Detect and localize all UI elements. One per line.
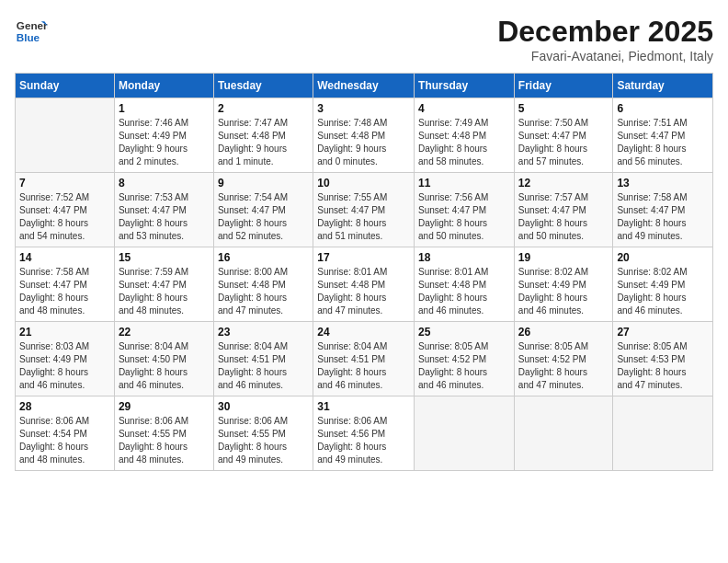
day-info: Sunrise: 7:50 AM Sunset: 4:47 PM Dayligh… [518, 117, 609, 168]
day-number: 18 [418, 251, 510, 264]
calendar-cell: 8Sunrise: 7:53 AM Sunset: 4:47 PM Daylig… [114, 173, 213, 247]
day-info: Sunrise: 7:48 AM Sunset: 4:48 PM Dayligh… [317, 117, 410, 168]
day-info: Sunrise: 8:04 AM Sunset: 4:50 PM Dayligh… [119, 340, 210, 392]
weekday-header-sunday: Sunday [16, 74, 115, 98]
calendar-cell: 25Sunrise: 8:05 AM Sunset: 4:52 PM Dayli… [415, 322, 515, 396]
calendar-cell: 19Sunrise: 8:02 AM Sunset: 4:49 PM Dayli… [514, 247, 613, 322]
day-info: Sunrise: 7:46 AM Sunset: 4:49 PM Dayligh… [119, 117, 210, 168]
calendar-cell: 15Sunrise: 7:59 AM Sunset: 4:47 PM Dayli… [114, 247, 213, 322]
calendar-cell: 22Sunrise: 8:04 AM Sunset: 4:50 PM Dayli… [114, 322, 213, 396]
calendar-cell: 10Sunrise: 7:55 AM Sunset: 4:47 PM Dayli… [313, 173, 415, 247]
day-number: 3 [317, 102, 410, 115]
month-title: December 2025 [497, 15, 713, 49]
day-info: Sunrise: 7:53 AM Sunset: 4:47 PM Dayligh… [119, 191, 210, 243]
calendar-cell: 13Sunrise: 7:58 AM Sunset: 4:47 PM Dayli… [613, 173, 713, 247]
day-info: Sunrise: 7:59 AM Sunset: 4:47 PM Dayligh… [119, 266, 210, 317]
calendar-cell: 30Sunrise: 8:06 AM Sunset: 4:55 PM Dayli… [213, 396, 313, 471]
day-info: Sunrise: 8:04 AM Sunset: 4:51 PM Dayligh… [317, 340, 410, 392]
day-number: 1 [119, 102, 210, 115]
calendar-cell: 5Sunrise: 7:50 AM Sunset: 4:47 PM Daylig… [514, 98, 613, 173]
day-number: 2 [218, 102, 309, 115]
calendar-cell [415, 396, 515, 471]
calendar-cell: 27Sunrise: 8:05 AM Sunset: 4:53 PM Dayli… [613, 322, 713, 396]
day-number: 29 [119, 400, 210, 413]
weekday-header-thursday: Thursday [415, 74, 515, 98]
day-number: 7 [19, 177, 110, 190]
calendar-cell [514, 396, 613, 471]
weekday-header-saturday: Saturday [613, 74, 713, 98]
calendar-cell: 4Sunrise: 7:49 AM Sunset: 4:48 PM Daylig… [415, 98, 515, 173]
location: Favari-Avatanei, Piedmont, Italy [497, 49, 713, 63]
day-number: 24 [317, 326, 410, 339]
day-number: 12 [518, 177, 609, 190]
calendar-cell: 16Sunrise: 8:00 AM Sunset: 4:48 PM Dayli… [213, 247, 313, 322]
calendar-cell: 18Sunrise: 8:01 AM Sunset: 4:48 PM Dayli… [415, 247, 515, 322]
day-info: Sunrise: 8:06 AM Sunset: 4:56 PM Dayligh… [317, 415, 410, 466]
day-number: 15 [119, 251, 210, 264]
day-info: Sunrise: 8:03 AM Sunset: 4:49 PM Dayligh… [19, 340, 110, 392]
day-info: Sunrise: 8:02 AM Sunset: 4:49 PM Dayligh… [518, 266, 609, 317]
header: General Blue December 2025 Favari-Avatan… [15, 15, 713, 63]
day-number: 21 [19, 326, 110, 339]
day-number: 27 [617, 326, 709, 339]
calendar-cell: 21Sunrise: 8:03 AM Sunset: 4:49 PM Dayli… [16, 322, 115, 396]
week-row-5: 28Sunrise: 8:06 AM Sunset: 4:54 PM Dayli… [16, 396, 713, 471]
day-info: Sunrise: 7:54 AM Sunset: 4:47 PM Dayligh… [218, 191, 309, 243]
calendar-cell: 6Sunrise: 7:51 AM Sunset: 4:47 PM Daylig… [613, 98, 713, 173]
calendar: SundayMondayTuesdayWednesdayThursdayFrid… [15, 73, 713, 471]
day-info: Sunrise: 8:05 AM Sunset: 4:53 PM Dayligh… [617, 340, 709, 392]
calendar-cell: 7Sunrise: 7:52 AM Sunset: 4:47 PM Daylig… [16, 173, 115, 247]
calendar-cell: 3Sunrise: 7:48 AM Sunset: 4:48 PM Daylig… [313, 98, 415, 173]
week-row-4: 21Sunrise: 8:03 AM Sunset: 4:49 PM Dayli… [16, 322, 713, 396]
calendar-cell: 26Sunrise: 8:05 AM Sunset: 4:52 PM Dayli… [514, 322, 613, 396]
calendar-cell: 12Sunrise: 7:57 AM Sunset: 4:47 PM Dayli… [514, 173, 613, 247]
day-info: Sunrise: 7:58 AM Sunset: 4:47 PM Dayligh… [617, 191, 709, 243]
calendar-cell: 24Sunrise: 8:04 AM Sunset: 4:51 PM Dayli… [313, 322, 415, 396]
calendar-body: 1Sunrise: 7:46 AM Sunset: 4:49 PM Daylig… [16, 98, 713, 471]
day-info: Sunrise: 7:57 AM Sunset: 4:47 PM Dayligh… [518, 191, 609, 243]
calendar-cell: 9Sunrise: 7:54 AM Sunset: 4:47 PM Daylig… [213, 173, 313, 247]
svg-text:General: General [17, 19, 48, 31]
day-number: 31 [317, 400, 410, 413]
weekday-header-monday: Monday [114, 74, 213, 98]
day-number: 16 [218, 251, 309, 264]
day-number: 6 [617, 102, 709, 115]
day-info: Sunrise: 8:06 AM Sunset: 4:55 PM Dayligh… [119, 415, 210, 466]
day-number: 20 [617, 251, 709, 264]
day-number: 25 [418, 326, 510, 339]
calendar-cell [613, 396, 713, 471]
weekday-header-row: SundayMondayTuesdayWednesdayThursdayFrid… [16, 74, 713, 98]
day-number: 26 [518, 326, 609, 339]
week-row-3: 14Sunrise: 7:58 AM Sunset: 4:47 PM Dayli… [16, 247, 713, 322]
calendar-cell [16, 98, 115, 173]
title-area: December 2025 Favari-Avatanei, Piedmont,… [497, 15, 713, 63]
day-info: Sunrise: 7:58 AM Sunset: 4:47 PM Dayligh… [19, 266, 110, 317]
svg-text:Blue: Blue [17, 31, 40, 43]
day-info: Sunrise: 8:06 AM Sunset: 4:55 PM Dayligh… [218, 415, 309, 466]
calendar-cell: 23Sunrise: 8:04 AM Sunset: 4:51 PM Dayli… [213, 322, 313, 396]
calendar-cell: 31Sunrise: 8:06 AM Sunset: 4:56 PM Dayli… [313, 396, 415, 471]
weekday-header-wednesday: Wednesday [313, 74, 415, 98]
calendar-cell: 11Sunrise: 7:56 AM Sunset: 4:47 PM Dayli… [415, 173, 515, 247]
day-info: Sunrise: 8:05 AM Sunset: 4:52 PM Dayligh… [418, 340, 510, 392]
day-info: Sunrise: 7:56 AM Sunset: 4:47 PM Dayligh… [418, 191, 510, 243]
day-info: Sunrise: 8:01 AM Sunset: 4:48 PM Dayligh… [418, 266, 510, 317]
day-number: 11 [418, 177, 510, 190]
calendar-cell: 28Sunrise: 8:06 AM Sunset: 4:54 PM Dayli… [16, 396, 115, 471]
day-info: Sunrise: 8:04 AM Sunset: 4:51 PM Dayligh… [218, 340, 309, 392]
day-info: Sunrise: 7:51 AM Sunset: 4:47 PM Dayligh… [617, 117, 709, 168]
calendar-cell: 1Sunrise: 7:46 AM Sunset: 4:49 PM Daylig… [114, 98, 213, 173]
day-info: Sunrise: 7:47 AM Sunset: 4:48 PM Dayligh… [218, 117, 309, 168]
day-number: 28 [19, 400, 110, 413]
day-number: 17 [317, 251, 410, 264]
logo-icon: General Blue [15, 15, 48, 48]
day-info: Sunrise: 8:00 AM Sunset: 4:48 PM Dayligh… [218, 266, 309, 317]
week-row-1: 1Sunrise: 7:46 AM Sunset: 4:49 PM Daylig… [16, 98, 713, 173]
day-info: Sunrise: 7:49 AM Sunset: 4:48 PM Dayligh… [418, 117, 510, 168]
day-number: 9 [218, 177, 309, 190]
day-info: Sunrise: 8:05 AM Sunset: 4:52 PM Dayligh… [518, 340, 609, 392]
weekday-header-friday: Friday [514, 74, 613, 98]
day-number: 14 [19, 251, 110, 264]
day-number: 22 [119, 326, 210, 339]
day-number: 30 [218, 400, 309, 413]
